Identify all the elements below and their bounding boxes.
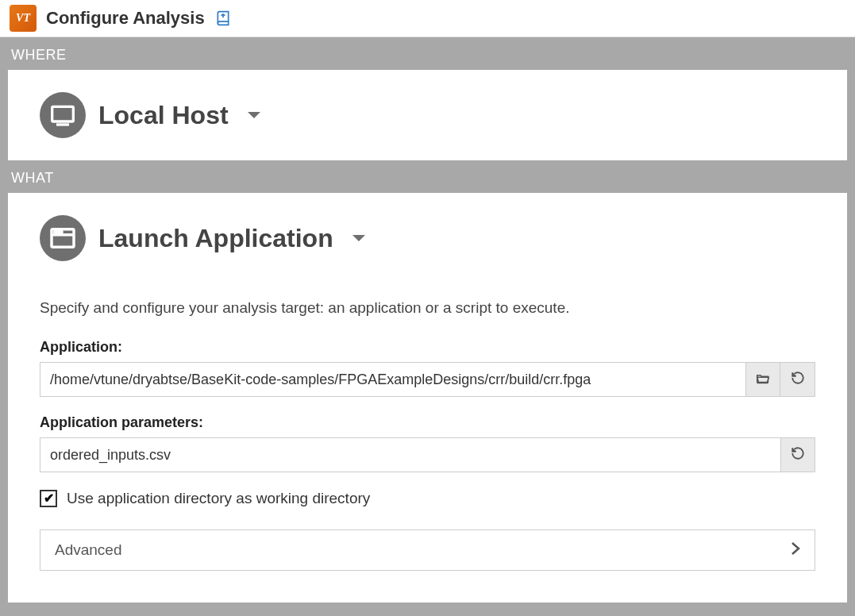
chevron-down-icon[interactable] [351,233,367,244]
where-target-selector[interactable]: Local Host [40,92,815,138]
use-app-dir-checkbox[interactable]: ✔ [40,490,57,507]
what-mode-selector[interactable]: Launch Application [40,215,815,261]
application-input-row [40,362,815,397]
chevron-down-icon[interactable] [246,110,262,121]
reset-application-button[interactable] [780,362,815,397]
parameters-label: Application parameters: [40,414,815,431]
where-panel: Local Host [8,70,847,160]
svg-point-6 [60,231,62,233]
browse-button[interactable] [745,362,780,397]
what-section-label: WHAT [0,160,855,193]
help-icon[interactable] [214,10,232,26]
local-host-icon [40,92,86,138]
advanced-toggle[interactable]: Advanced [40,529,815,571]
chevron-right-icon [791,541,800,559]
undo-icon [791,446,805,464]
use-app-dir-row: ✔ Use application directory as working d… [40,490,815,507]
application-input[interactable] [40,362,745,397]
use-app-dir-label: Use application directory as working dir… [67,490,370,507]
check-icon: ✔ [44,492,54,505]
reset-parameters-button[interactable] [780,437,815,472]
application-window-icon [40,215,86,261]
parameters-input-row [40,437,815,472]
advanced-label: Advanced [55,541,122,559]
page-title: Configure Analysis [46,8,205,29]
vtune-logo-icon: VT [10,5,37,32]
where-section-label: WHERE [0,37,855,70]
what-description: Specify and configure your analysis targ… [40,299,815,317]
where-target-title: Local Host [98,101,229,130]
title-bar: VT Configure Analysis [0,0,855,37]
folder-open-icon [755,372,771,387]
parameters-input[interactable] [40,437,780,472]
what-mode-title: Launch Application [98,224,333,253]
application-label: Application: [40,339,815,356]
svg-rect-0 [52,106,74,121]
what-panel: Launch Application Specify and configure… [8,193,847,603]
undo-icon [791,371,805,388]
